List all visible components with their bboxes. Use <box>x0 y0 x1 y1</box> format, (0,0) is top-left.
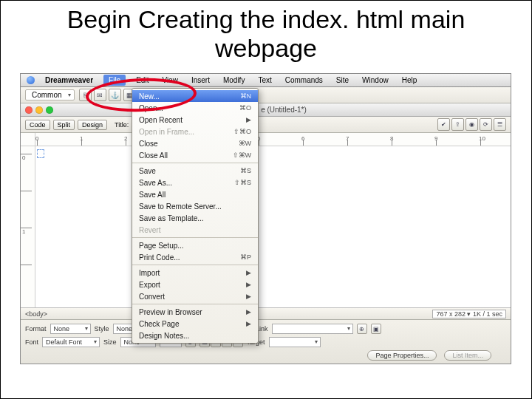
dreamweaver-window: Dreamweaver File Edit View Insert Modify… <box>20 73 511 364</box>
menu-item-save-as[interactable]: Save As...⇧⌘S <box>132 177 258 188</box>
menu-file[interactable]: File <box>103 75 126 86</box>
list-item-button[interactable]: List Item... <box>444 350 491 361</box>
ruler-origin <box>21 133 35 146</box>
menu-item-check-page[interactable]: Check Page▶ <box>132 318 258 330</box>
options-icon[interactable]: ☰ <box>494 118 506 131</box>
menu-text[interactable]: Text <box>255 75 274 86</box>
menu-separator <box>132 237 258 238</box>
menu-item-save[interactable]: Save⌘S <box>132 165 258 177</box>
menu-separator <box>132 265 258 265</box>
window-size-status[interactable]: 767 x 282 ▾ 1K / 1 sec <box>432 310 506 318</box>
menu-shortcut: ⌘P <box>240 253 251 261</box>
file-menu-dropdown: New...⌘NOpen...⌘OOpen Recent▶Open in Fra… <box>132 88 259 344</box>
menu-item-label: Save to Remote Server... <box>139 202 222 211</box>
link-folder-icon[interactable]: ⊕ <box>357 324 367 334</box>
view-split[interactable]: Split <box>53 120 75 130</box>
menu-item-export[interactable]: Export▶ <box>132 279 258 290</box>
file-mgmt-icon[interactable]: ⇪ <box>451 118 464 131</box>
insert-bar: Common ⎘ ✉ ⚓ ▦ ▣ ▦ ⌘ ⧉ ▾ <box>21 87 511 103</box>
menu-item-close[interactable]: Close⌘W <box>132 137 258 149</box>
apple-icon[interactable] <box>27 76 35 84</box>
design-canvas[interactable]: 0 1 <box>21 146 511 307</box>
vertical-ruler: 0 1 <box>21 146 35 307</box>
refresh-icon[interactable]: ⟳ <box>480 118 492 131</box>
menu-item-label: Check Page <box>139 320 179 328</box>
link-input[interactable] <box>272 324 353 334</box>
anchor-icon[interactable]: ⚓ <box>109 89 121 101</box>
menu-item-save-all[interactable]: Save All <box>132 188 258 200</box>
menu-site[interactable]: Site <box>333 75 352 86</box>
menu-item-new[interactable]: New...⌘N <box>132 90 258 102</box>
document-toolbar: Code Split Design Title: ✔ ⇪ ◉ ⟳ ☰ <box>21 117 511 133</box>
menu-item-label: Close <box>139 140 158 148</box>
page-properties-button[interactable]: Page Properties... <box>367 350 437 361</box>
preview-icon[interactable]: ◉ <box>466 118 478 131</box>
menu-item-page-setup[interactable]: Page Setup... <box>132 239 258 251</box>
menu-view[interactable]: View <box>159 75 181 86</box>
menu-shortcut: ⇧⌘O <box>233 128 251 135</box>
link-browse-icon[interactable]: ▣ <box>371 324 381 334</box>
menu-item-label: Page Setup... <box>139 242 184 250</box>
menu-item-save-to-remote-server[interactable]: Save to Remote Server... <box>132 200 258 212</box>
menu-item-import[interactable]: Import▶ <box>132 267 258 279</box>
view-design[interactable]: Design <box>78 120 107 130</box>
canvas-content <box>37 149 44 160</box>
ruler-tick: 2 <box>126 140 126 146</box>
menu-edit[interactable]: Edit <box>133 75 151 86</box>
app-name[interactable]: Dreamweaver <box>42 75 96 86</box>
view-code[interactable]: Code <box>25 120 50 130</box>
submenu-arrow-icon: ▶ <box>246 116 251 123</box>
menu-window[interactable]: Window <box>359 75 392 86</box>
menu-insert[interactable]: Insert <box>188 75 213 86</box>
insert-category[interactable]: Common <box>25 89 75 100</box>
ruler-tick: 5 <box>259 140 259 146</box>
font-label: Font <box>25 338 38 346</box>
format-select[interactable]: None <box>50 324 91 334</box>
menu-item-label: Design Notes... <box>139 332 189 340</box>
menu-modify[interactable]: Modify <box>220 75 248 86</box>
font-select[interactable]: Default Font <box>42 337 100 347</box>
submenu-arrow-icon: ▶ <box>246 293 251 300</box>
menu-item-label: New... <box>139 92 160 100</box>
menu-item-label: Convert <box>139 293 165 301</box>
horizontal-ruler: 012345678910 <box>21 133 511 146</box>
submenu-arrow-icon: ▶ <box>246 281 251 288</box>
target-select[interactable] <box>269 337 321 347</box>
menu-item-open-recent[interactable]: Open Recent▶ <box>132 114 258 126</box>
menu-shortcut: ⌘N <box>240 92 252 100</box>
tag-selector-bar: <body> 767 x 282 ▾ 1K / 1 sec <box>21 307 511 319</box>
close-icon[interactable] <box>25 106 33 114</box>
document-titlebar: e (Untitled-1*) <box>21 103 511 117</box>
menu-shortcut: ⇧⌘W <box>233 151 252 159</box>
menu-item-print-code[interactable]: Print Code...⌘P <box>132 251 258 263</box>
zoom-icon[interactable] <box>46 106 53 114</box>
body-outline <box>37 149 44 158</box>
menu-item-design-notes[interactable]: Design Notes... <box>132 330 258 341</box>
menu-item-label: Open... <box>139 104 163 112</box>
menu-item-label: Save As... <box>139 179 172 187</box>
menu-item-close-all[interactable]: Close All⇧⌘W <box>132 149 258 161</box>
menu-separator <box>132 304 258 304</box>
menu-item-save-as-template[interactable]: Save as Template... <box>132 212 258 224</box>
menu-shortcut: ⇧⌘S <box>234 179 251 186</box>
ruler-tick: 0 <box>37 140 38 146</box>
menu-shortcut: ⌘W <box>239 140 252 147</box>
document-name: e (Untitled-1*) <box>261 106 307 114</box>
hyperlink-icon[interactable]: ⎘ <box>79 89 92 101</box>
format-label: Format <box>25 325 47 332</box>
menu-help[interactable]: Help <box>399 75 420 86</box>
tag-body[interactable]: <body> <box>25 310 47 318</box>
validate-icon[interactable]: ✔ <box>437 118 450 131</box>
menu-item-preview-in-browser[interactable]: Preview in Browser▶ <box>132 306 258 318</box>
menu-shortcut: ⌘S <box>240 167 251 174</box>
menu-separator <box>132 163 258 163</box>
menu-item-convert[interactable]: Convert▶ <box>132 290 258 302</box>
email-icon[interactable]: ✉ <box>94 89 106 101</box>
menu-commands[interactable]: Commands <box>282 75 326 86</box>
menu-item-open[interactable]: Open...⌘O <box>132 102 258 114</box>
menu-item-label: Save All <box>139 191 166 199</box>
menu-shortcut: ⌘O <box>239 104 251 112</box>
menu-item-label: Open in Frame... <box>139 128 194 136</box>
minimize-icon[interactable] <box>35 106 43 114</box>
ruler-tick: 9 <box>436 140 437 146</box>
